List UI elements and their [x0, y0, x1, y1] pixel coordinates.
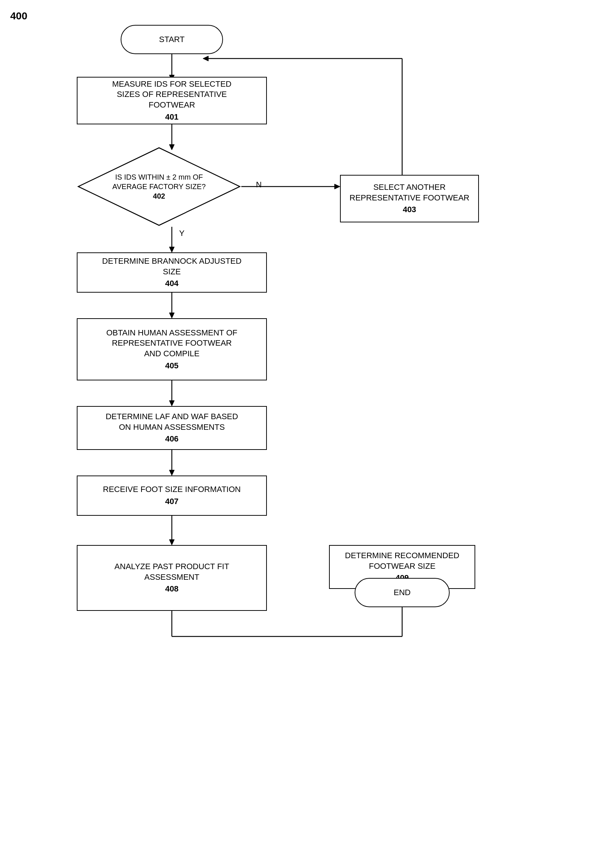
svg-marker-13 — [169, 470, 174, 475]
step-403: SELECT ANOTHERREPRESENTATIVE FOOTWEAR 40… — [340, 175, 479, 222]
step-401: MEASURE IDS FOR SELECTEDSIZES OF REPRESE… — [77, 77, 267, 124]
step-407: RECEIVE FOOT SIZE INFORMATION 407 — [77, 475, 267, 516]
svg-marker-15 — [169, 539, 174, 545]
step-406: DETERMINE LAF AND WAF BASEDON HUMAN ASSE… — [77, 406, 267, 450]
step-405: OBTAIN HUMAN ASSESSMENT OFREPRESENTATIVE… — [77, 318, 267, 380]
svg-marker-11 — [169, 401, 174, 406]
step-402: IS IDS WITHIN ± 2 mm OFAVERAGE FACTORY S… — [77, 146, 241, 227]
end-node: END — [355, 578, 450, 607]
step-408: ANALYZE PAST PRODUCT FITASSESSMENT 408 — [77, 545, 267, 611]
start-node: START — [121, 25, 223, 54]
svg-marker-5 — [334, 184, 340, 189]
label-n: N — [256, 180, 262, 189]
flowchart-diagram: 400 — [0, 0, 597, 868]
diagram-id: 400 — [10, 10, 27, 22]
label-y: Y — [179, 229, 185, 238]
svg-marker-7 — [169, 247, 174, 252]
step-404: DETERMINE BRANNOCK ADJUSTEDSIZE 404 — [77, 252, 267, 293]
svg-marker-9 — [169, 313, 174, 318]
svg-marker-22 — [203, 56, 208, 61]
